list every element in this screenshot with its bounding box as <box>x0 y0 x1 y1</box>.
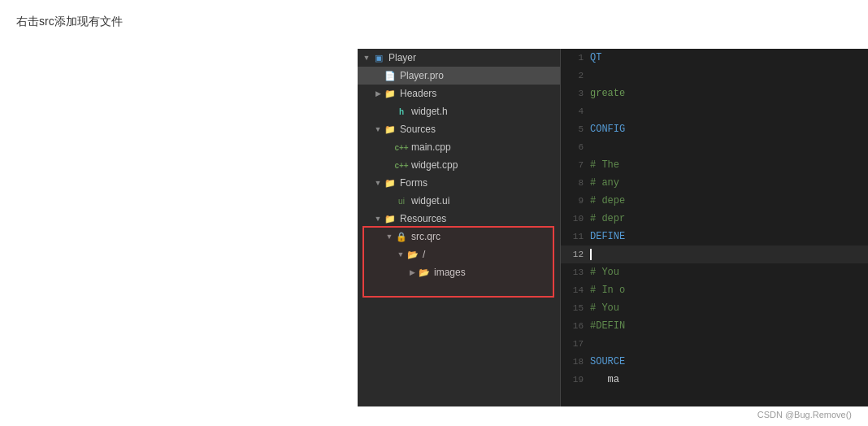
tree-label: images <box>434 267 466 278</box>
tree-item-widgetui[interactable]: ui widget.ui <box>358 192 560 210</box>
code-line-18: 18 SOURCE <box>561 353 868 371</box>
main-area: ▼ ▣ Player 📄 Player.pro ▶ 📁 Headers h wi… <box>358 49 868 406</box>
code-line-16: 16 #DEFIN <box>561 317 868 335</box>
tree-item-player[interactable]: ▼ ▣ Player <box>358 49 560 67</box>
code-line-8: 8 # any <box>561 174 868 192</box>
code-line-19: 19 ma <box>561 371 868 389</box>
tree-label: widget.ui <box>411 195 449 206</box>
code-line-1: 1 QT <box>561 49 868 67</box>
code-line-2: 2 <box>561 67 868 85</box>
line-number: 2 <box>561 71 590 80</box>
code-line-11: 11 DEFINE <box>561 228 868 246</box>
line-content: SOURCE <box>590 356 868 367</box>
code-editor-panel: 1 QT 2 3 greate 4 5 CONFIG 6 7 # The 8 <box>561 49 868 406</box>
code-line-5: 5 CONFIG <box>561 120 868 138</box>
arrow-icon: ▼ <box>372 179 384 187</box>
line-content: DEFINE <box>590 231 868 242</box>
line-content: # You <box>590 267 868 278</box>
tree-label: main.cpp <box>411 141 451 153</box>
top-instruction: 右击src添加现有文件 <box>16 15 123 29</box>
folder-icon: 📁 <box>384 212 397 225</box>
code-line-14: 14 # In o <box>561 281 868 299</box>
code-line-7: 7 # The <box>561 156 868 174</box>
cpp-icon: c++ <box>395 159 408 172</box>
tree-item-resources[interactable]: ▼ 📁 Resources <box>358 210 560 228</box>
watermark-label: CSDN @Bug.Remove() <box>757 410 852 419</box>
tree-label: Headers <box>400 88 436 99</box>
line-number: 9 <box>561 196 590 206</box>
line-number: 14 <box>561 285 590 295</box>
ui-icon: ui <box>395 194 408 207</box>
code-line-10: 10 # depr <box>561 210 868 228</box>
arrow-icon: ▼ <box>372 125 384 133</box>
line-number: 3 <box>561 89 590 98</box>
folder-icon: 📂 <box>418 266 431 279</box>
tree-item-widgeth[interactable]: h widget.h <box>358 102 560 120</box>
tree-label: widget.cpp <box>411 159 458 171</box>
line-content: CONFIG <box>590 124 868 135</box>
line-number: 11 <box>561 232 590 241</box>
code-line-4: 4 <box>561 102 868 120</box>
line-number: 4 <box>561 106 590 116</box>
tree-label: / <box>423 249 425 260</box>
line-number: 12 <box>561 250 590 259</box>
arrow-icon: ▶ <box>372 89 384 98</box>
tree-label: Sources <box>400 124 436 135</box>
line-content: # You <box>590 302 868 314</box>
tree-item-widgetcpp[interactable]: c++ widget.cpp <box>358 156 560 174</box>
code-line-9: 9 # depe <box>561 192 868 210</box>
line-number: 7 <box>561 160 590 170</box>
folder-icon: 📁 <box>384 87 397 100</box>
file-icon: 📄 <box>384 69 397 82</box>
tree-item-srcqrc[interactable]: ▼ 🔒 src.qrc <box>358 228 560 246</box>
tree-label: src.qrc <box>411 231 441 242</box>
arrow-icon: ▶ <box>406 268 418 276</box>
code-line-17: 17 <box>561 335 868 353</box>
folder-icon: 📁 <box>384 176 397 189</box>
line-content: ma <box>590 374 868 385</box>
line-number: 16 <box>561 321 590 331</box>
line-number: 1 <box>561 53 590 63</box>
line-content: # The <box>590 159 868 171</box>
line-content: #DEFIN <box>590 320 868 332</box>
tree-item-forms[interactable]: ▼ 📁 Forms <box>358 174 560 192</box>
line-content: QT <box>590 52 868 63</box>
tree-label: Player <box>388 52 416 63</box>
line-content: # In o <box>590 285 868 296</box>
line-number: 8 <box>561 178 590 188</box>
line-number: 5 <box>561 124 590 134</box>
code-line-15: 15 # You <box>561 299 868 317</box>
tree-item-images[interactable]: ▶ 📂 images <box>358 263 560 281</box>
arrow-icon: ▼ <box>372 215 384 223</box>
tree-label: widget.h <box>411 106 448 117</box>
tree-item-headers[interactable]: ▶ 📁 Headers <box>358 85 560 102</box>
line-content: # depr <box>590 213 868 224</box>
line-number: 18 <box>561 357 590 367</box>
folder-icon: 📂 <box>406 248 419 261</box>
tree-item-sources[interactable]: ▼ 📁 Sources <box>358 120 560 138</box>
file-tree-panel: ▼ ▣ Player 📄 Player.pro ▶ 📁 Headers h wi… <box>358 49 561 406</box>
project-icon: ▣ <box>372 51 385 64</box>
tree-item-playerpro[interactable]: 📄 Player.pro <box>358 67 560 85</box>
tree-label: Forms <box>400 177 427 189</box>
folder-icon: 📁 <box>384 123 397 136</box>
code-line-13: 13 # You <box>561 263 868 281</box>
code-line-3: 3 greate <box>561 85 868 102</box>
line-number: 17 <box>561 339 590 349</box>
cpp-icon: c++ <box>395 141 408 154</box>
line-content: greate <box>590 88 868 99</box>
qrc-icon: 🔒 <box>395 230 408 243</box>
tree-label: Resources <box>400 213 446 224</box>
arrow-icon: ▼ <box>361 54 372 62</box>
line-content <box>590 249 868 260</box>
line-number: 10 <box>561 214 590 224</box>
tree-label: Player.pro <box>400 70 444 81</box>
code-line-12: 12 <box>561 246 868 263</box>
line-number: 13 <box>561 267 590 277</box>
arrow-icon: ▼ <box>395 250 406 259</box>
header-icon: h <box>395 105 408 118</box>
tree-item-maincpp[interactable]: c++ main.cpp <box>358 138 560 156</box>
line-content: # any <box>590 177 868 189</box>
arrow-icon: ▼ <box>384 233 395 241</box>
tree-item-root-slash[interactable]: ▼ 📂 / <box>358 246 560 263</box>
